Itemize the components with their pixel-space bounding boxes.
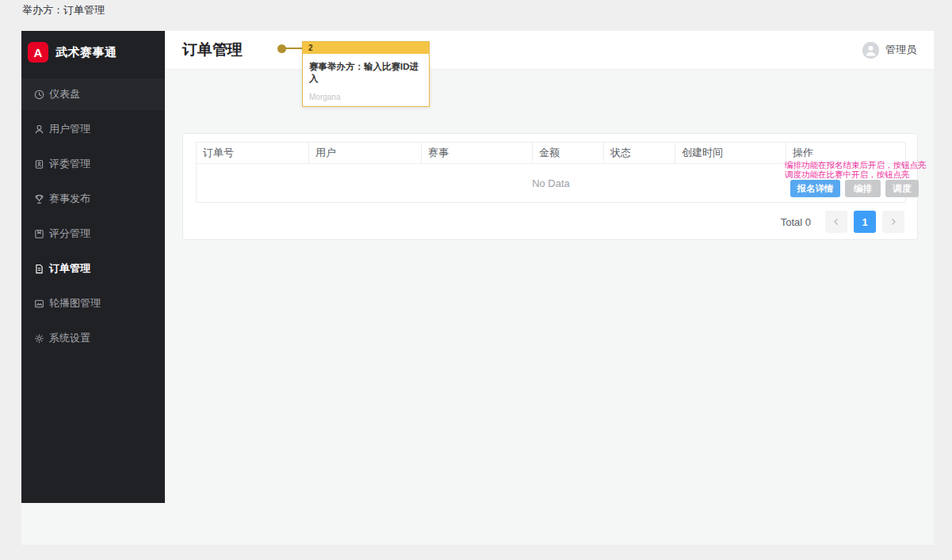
annotation-badge: 2 — [303, 42, 429, 54]
sidebar-menu: 仪表盘 用户管理 评委管理 赛事发布 — [21, 74, 165, 354]
sidebar-item-label: 仪表盘 — [49, 87, 80, 101]
column-header-user: 用户 — [309, 143, 422, 163]
sidebar-item-carousel[interactable]: 轮播图管理 — [21, 288, 165, 319]
sidebar-item-label: 订单管理 — [49, 261, 90, 276]
scores-icon — [33, 228, 45, 240]
carousel-icon — [33, 298, 45, 310]
column-header-amount: 金额 — [533, 143, 604, 163]
sidebar-item-label: 轮播图管理 — [49, 296, 101, 310]
sidebar-item-label: 评分管理 — [49, 227, 90, 241]
column-header-event: 赛事 — [422, 143, 533, 163]
pagination: Total 0 1 — [781, 211, 904, 233]
sidebar-item-scores[interactable]: 评分管理 — [21, 218, 165, 250]
row-action-buttons: 报名详情 编排 调度 — [790, 180, 919, 197]
sidebar-item-label: 用户管理 — [49, 122, 90, 136]
chevron-left-icon — [832, 218, 840, 226]
sidebar-item-label: 系统设置 — [49, 331, 90, 345]
arrange-button[interactable]: 编排 — [845, 180, 881, 197]
page-title: 订单管理 — [182, 40, 243, 60]
user-menu[interactable]: 管理员 — [862, 42, 916, 59]
page-1-button[interactable]: 1 — [854, 211, 876, 233]
sidebar-item-settings[interactable]: 系统设置 — [21, 322, 165, 354]
avatar — [862, 42, 879, 59]
trophy-icon — [33, 193, 45, 205]
signup-detail-button[interactable]: 报名详情 — [790, 180, 840, 197]
sidebar-item-dashboard[interactable]: 仪表盘 — [21, 78, 165, 110]
sidebar-item-users[interactable]: 用户管理 — [21, 113, 165, 145]
users-icon — [33, 124, 45, 135]
dashboard-icon — [33, 89, 45, 101]
annotation-tooltip: 2 赛事举办方：输入比赛ID进入 Morgana — [302, 41, 430, 107]
annotation-text: 赛事举办方：输入比赛ID进入 — [303, 54, 429, 85]
pagination-total: Total 0 — [781, 216, 811, 228]
settings-icon — [33, 333, 45, 345]
chevron-right-icon — [889, 218, 897, 226]
judges-icon — [33, 158, 45, 170]
sidebar-item-label: 赛事发布 — [49, 192, 90, 206]
dispatch-button[interactable]: 调度 — [885, 180, 919, 197]
sidebar-item-orders[interactable]: 订单管理 — [21, 253, 165, 284]
app-name: 武术赛事通 — [55, 45, 117, 60]
app-logo: A — [28, 42, 48, 63]
sidebar-item-label: 评委管理 — [49, 157, 90, 171]
column-header-order-no: 订单号 — [197, 143, 309, 163]
actions-annotation-note: 编排功能在报名结束后开启，按钮点亮 调度功能在比赛中开启，按钮点亮 — [785, 161, 921, 179]
sidebar-item-events[interactable]: 赛事发布 — [21, 183, 165, 215]
next-page-button[interactable] — [882, 211, 904, 233]
sidebar: A 武术赛事通 仪表盘 用户管理 评委管理 — [21, 31, 165, 503]
note-line-2: 调度功能在比赛中开启，按钮点亮 — [785, 170, 921, 180]
column-header-created-at: 创建时间 — [675, 143, 786, 163]
orders-icon — [33, 263, 45, 275]
page-context-label: 举办方：订单管理 — [22, 3, 105, 17]
username: 管理员 — [885, 43, 916, 57]
orders-table-card: 订单号 用户 赛事 金额 状态 创建时间 操作 No Data 编排功能在报名结… — [182, 133, 918, 240]
app-window: A 武术赛事通 仪表盘 用户管理 评委管理 — [21, 31, 934, 545]
annotation-line — [285, 48, 303, 49]
brand[interactable]: A 武术赛事通 — [21, 31, 165, 74]
annotation-watermark: Morgana — [309, 93, 340, 101]
column-header-status: 状态 — [604, 143, 675, 163]
prev-page-button[interactable] — [825, 211, 847, 233]
note-line-1: 编排功能在报名结束后开启，按钮点亮 — [785, 161, 921, 170]
sidebar-item-judges[interactable]: 评委管理 — [21, 148, 165, 180]
